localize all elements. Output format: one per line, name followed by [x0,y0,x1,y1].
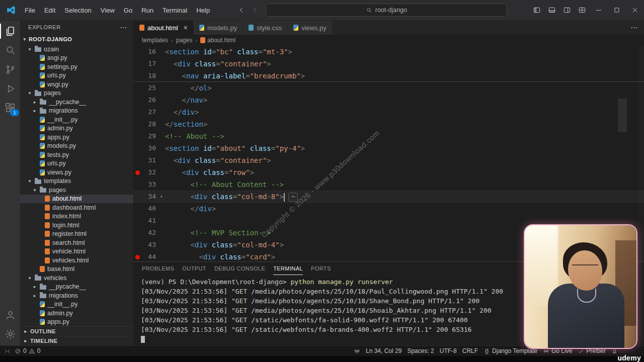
panel-tab-problems[interactable]: PROBLEMS [142,262,174,275]
tree-item-base.html[interactable]: base.html [20,265,133,274]
tree-item-vehicles[interactable]: ▾vehicles [20,274,133,283]
close-icon[interactable]: × [184,24,188,31]
tree-item-search.html[interactable]: search.html [20,238,133,247]
tab-about.html[interactable]: about.html× [134,21,194,35]
breadcrumb-item-templates[interactable]: templates [142,37,168,44]
panel-tab-terminal[interactable]: TERMINAL [273,262,303,275]
code-line-33[interactable]: 33 <!-- About Content --> [134,178,644,191]
tree-item-urls.py[interactable]: urls.py [20,71,133,80]
tree-item-__pycache__[interactable]: ▸__pycache__ [20,98,133,107]
fold-chevron-icon[interactable]: › [157,191,165,203]
toggle-sidebar-button[interactable] [529,3,544,18]
tree-item-pages[interactable]: ▾pages [20,89,133,98]
menu-help[interactable]: Help [192,0,214,20]
tree-item-views.py[interactable]: views.py [20,168,133,177]
tree-item-login.html[interactable]: login.html [20,221,133,230]
code-line-27[interactable]: 27 </div> [134,106,644,118]
code-line-28[interactable]: 28</section> [134,118,644,130]
minimize-button[interactable] [590,3,608,18]
toggle-secondary-sidebar-button[interactable] [559,3,575,18]
tree-item-vehicle.html[interactable]: vehicle.html [20,247,133,256]
code-line-32[interactable]: 32 <div class="row"> [134,166,644,178]
maximize-button[interactable] [608,3,626,18]
menu-selection[interactable]: Selection [60,0,96,20]
tree-item-apps.py[interactable]: apps.py [20,318,133,327]
menu-terminal[interactable]: Terminal [158,0,192,20]
tree-item-urls.py[interactable]: urls.py [20,159,133,168]
tree-item-migrations[interactable]: ▸migrations [20,291,133,300]
panel-tab-debug-console[interactable]: DEBUG CONSOLE [214,262,265,275]
project-root-row[interactable]: ▾ ROOT-DJANGO [20,34,133,45]
toggle-panel-button[interactable] [544,3,559,18]
tab-views.py[interactable]: views.py [288,21,333,35]
tree-item-migrations[interactable]: ▸migrations [20,107,133,116]
code-line-34[interactable]: 34› <div class="col-md-8">⋯ [134,191,644,203]
tree-item-index.html[interactable]: index.html [20,212,133,221]
tree-item-ozain[interactable]: ▾ozain [20,45,133,54]
status-indentation[interactable]: Spaces: 2 [407,347,434,354]
tree-item-pages[interactable]: ▾pages [20,186,133,195]
status-notifications[interactable] [611,348,618,354]
customize-layout-button[interactable] [575,3,590,18]
code-line-30[interactable]: 30<section id="about" class="py-4"> [134,142,644,154]
panel-tab-output[interactable]: OUTPUT [182,262,206,275]
tree-item-__init__.py[interactable]: __init__.py [20,115,133,124]
tree-item-__init__.py[interactable]: __init__.py [20,300,133,309]
minimap-slider[interactable] [618,99,627,132]
code-line-40[interactable]: 40 </div> [134,203,644,215]
editor-scrollbar[interactable] [639,46,644,261]
remote-indicator[interactable] [4,348,11,354]
status-cursor-position[interactable]: Ln 34, Col 29 [366,347,401,354]
tree-item-admin.py[interactable]: admin.py [20,309,133,318]
back-arrow-icon[interactable] [237,6,246,14]
tree-item-asgi.py[interactable]: asgi.py [20,54,133,63]
code-line-26[interactable]: 26 </nav> [134,94,644,106]
activity-extensions[interactable]: 1 [0,98,20,117]
activity-source-control[interactable] [0,60,20,79]
activity-run-debug[interactable] [0,79,20,98]
code-line-29[interactable]: 29<!-- About --> [134,130,644,142]
timeline-section[interactable]: ▸ TIMELINE [20,336,133,345]
activity-search[interactable] [0,41,20,60]
folded-code-badge[interactable]: ⋯ [288,193,298,202]
command-center-search[interactable]: root-django [266,4,507,17]
code-line-16[interactable]: 16<section id="bc" class="mt-3"> [134,46,644,58]
close-window-button[interactable] [626,3,644,18]
tree-item-about.html[interactable]: about.html [20,195,133,204]
menu-edit[interactable]: Edit [40,0,60,20]
tree-item-admin.py[interactable]: admin.py [20,124,133,133]
tree-item-settings.py[interactable]: settings.py [20,62,133,71]
forward-arrow-icon[interactable] [251,6,259,14]
status-eol[interactable]: CRLF [462,347,478,354]
status-prettier[interactable]: Prettier [578,347,606,354]
tab-style.css[interactable]: style.css [243,21,288,35]
activity-files[interactable] [0,22,20,41]
activity-account[interactable] [0,305,20,324]
tree-item-templates[interactable]: ▾templates [20,177,133,186]
breadcrumb-item-about.html[interactable]: about.html [200,37,235,44]
panel-tab-ports[interactable]: PORTS [311,262,331,275]
tree-item-tests.py[interactable]: tests.py [20,150,133,159]
status-encoding[interactable]: UTF-8 [440,347,457,354]
breakpoint-icon[interactable] [134,251,141,261]
status-go-live[interactable]: Go Live [543,347,572,354]
menu-file[interactable]: File [20,0,40,20]
tree-item-__pycache__[interactable]: ▸__pycache__ [20,283,133,292]
code-line-31[interactable]: 31 <div class="container"> [134,154,644,166]
outline-section[interactable]: ▸ OUTLINE [20,326,133,336]
menu-go[interactable]: Go [119,0,137,20]
tab-models.py[interactable]: models.py [194,21,243,35]
tree-item-apps.py[interactable]: apps.py [20,133,133,142]
tree-item-wsgi.py[interactable]: wsgi.py [20,80,133,89]
tree-item-models.py[interactable]: models.py [20,142,133,151]
breakpoint-icon[interactable] [134,166,141,178]
menu-view[interactable]: View [96,0,119,20]
status-language-mode[interactable]: {}Django Template [484,347,537,354]
code-line-18[interactable]: 18 <nav aria-label="breadcrumb"> [134,70,644,82]
problems-status[interactable]: 0 0 [15,347,40,354]
code-line-17[interactable]: 17 <div class="container"> [134,58,644,70]
tree-item-dashboard.html[interactable]: dashboard.html [20,203,133,212]
tree-item-vehicles.html[interactable]: vehicles.html [20,256,133,265]
code-line-25[interactable]: 25 </ol> [134,82,644,94]
tree-item-register.html[interactable]: register.html [20,230,133,239]
